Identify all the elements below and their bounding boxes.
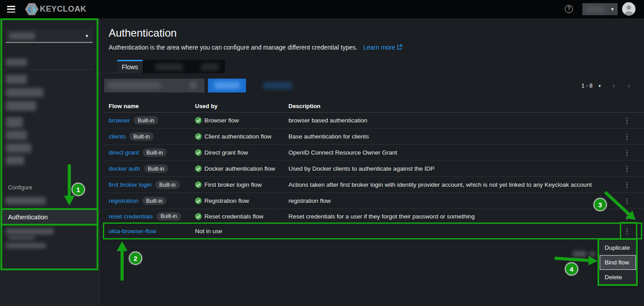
main-content: Authentication Authentication is the are… [100, 18, 644, 306]
hamburger-menu-icon[interactable] [7, 6, 15, 13]
search-icon [190, 82, 196, 88]
table-row-okta-browser-flow: okta-browser-flow Not in use ⋮ [104, 224, 644, 238]
help-icon[interactable]: ? [565, 5, 573, 13]
top-bar: ❮ ❯ KEYCLOAK ? ▾ [0, 0, 644, 18]
pagination-prev-icon[interactable]: ‹ [613, 81, 615, 90]
sidebar-nav: ▾ Configure Authentication [0, 18, 100, 306]
flow-link[interactable]: okta-browser-flow [109, 228, 157, 235]
redacted-nav-item[interactable] [5, 197, 46, 205]
kebab-menu-icon[interactable]: ⋮ [620, 226, 634, 236]
success-check-icon [195, 133, 202, 140]
avatar[interactable] [622, 2, 636, 16]
page-description-text: Authentication is the area where you can… [109, 44, 357, 51]
success-check-icon [195, 165, 202, 172]
builtin-badge: Built-in [134, 116, 158, 125]
table-row-browser: browserBuilt-in Browser flow browser bas… [104, 113, 644, 129]
tab-bar: Flows [100, 60, 225, 73]
used-by-text: Reset credentials flow [204, 213, 263, 220]
flow-link[interactable]: direct grant [109, 149, 139, 156]
caret-down-icon: ▾ [85, 33, 88, 39]
tab-flows[interactable]: Flows [117, 60, 143, 73]
kebab-menu-icon[interactable]: ⋮ [620, 196, 634, 206]
kebab-menu-icon[interactable]: ⋮ [620, 163, 634, 174]
builtin-badge: Built-in [155, 180, 180, 189]
kebab-menu-icon[interactable]: ⋮ [620, 147, 634, 158]
flow-description: OpenID Connect Resource Owner Grant [288, 149, 397, 156]
realm-selector[interactable]: ▾ [6, 29, 93, 43]
redacted-bottom-pagination-caret [589, 252, 595, 256]
flow-description: Actions taken after first broker login w… [288, 181, 592, 188]
sidebar-item-label: Authentication [8, 210, 100, 225]
success-check-icon [195, 149, 202, 156]
redacted-nav-item[interactable] [6, 117, 23, 128]
configure-section-label: Configure [8, 184, 32, 191]
builtin-badge: Built-in [143, 148, 167, 157]
sidebar-item-authentication[interactable]: Authentication [0, 210, 100, 225]
used-by-text: Direct grant flow [204, 149, 248, 156]
toolbar: 1 - 8 ▾ ‹ › [100, 79, 644, 92]
success-check-icon [195, 213, 202, 220]
hamburger-bar [7, 6, 15, 7]
table-row-registration: registrationBuilt-in Registration flow r… [104, 193, 644, 209]
redacted-nav-item[interactable] [6, 101, 36, 111]
flow-link[interactable]: reset credentials [109, 213, 153, 220]
redacted-nav-item[interactable] [6, 156, 24, 165]
redacted-nav-item[interactable] [6, 88, 43, 97]
redacted-nav-item[interactable] [6, 143, 31, 153]
flow-link[interactable]: browser [109, 117, 130, 124]
table-row-reset-credentials: reset credentialsBuilt-in Reset credenti… [104, 209, 644, 224]
redacted-nav-item[interactable] [6, 59, 27, 66]
menu-item-duplicate[interactable]: Duplicate [600, 240, 636, 255]
pagination-next-icon[interactable]: › [627, 81, 630, 90]
success-check-icon [195, 117, 202, 124]
kebab-menu-icon[interactable]: ⋮ [620, 115, 634, 126]
redacted-bottom-pagination [573, 251, 586, 257]
table-row-first-broker-login: first broker loginBuilt-in First broker … [104, 177, 644, 193]
pagination-count: 1 - 8 [581, 83, 593, 89]
kebab-menu-icon[interactable]: ⋮ [620, 180, 634, 190]
table-row-direct-grant: direct grantBuilt-in Direct grant flow O… [104, 145, 644, 161]
learn-more-label: Learn more [363, 44, 395, 51]
flows-table: Flow name Used by Description browserBui… [104, 100, 644, 238]
flow-link[interactable]: clients [109, 133, 126, 140]
learn-more-link[interactable]: Learn more [363, 44, 402, 51]
redacted-realm-name [9, 33, 35, 39]
flow-description: Reset credentials for a user if they for… [288, 213, 475, 220]
redacted-nav-item[interactable] [6, 75, 27, 84]
menu-item-bind-flow[interactable]: Bind flow [600, 255, 636, 270]
tab-redacted[interactable] [143, 60, 195, 73]
sidebar-divider [4, 69, 94, 70]
search-input[interactable] [104, 79, 204, 92]
success-check-icon [195, 197, 202, 204]
kebab-menu-icon[interactable]: ⋮ [620, 131, 634, 142]
flow-link[interactable]: first broker login [109, 181, 152, 188]
used-by-text: Not in use [195, 228, 222, 235]
logo-chevron-left: ❮ [27, 7, 32, 12]
redacted-nav-item[interactable] [6, 243, 46, 248]
flow-link[interactable]: registration [109, 197, 139, 204]
logo-chevron-right: ❯ [32, 7, 36, 12]
flow-description: Used by Docker clients to authenticate a… [288, 165, 434, 172]
used-by-text: Browser flow [204, 117, 239, 124]
tab-redacted[interactable] [195, 60, 225, 73]
used-by-text: Docker authentication flow [204, 165, 275, 172]
builtin-badge: Built-in [157, 212, 181, 221]
row-actions-menu: Duplicate Bind flow Delete [600, 240, 636, 285]
flow-description: browser based authentication [288, 117, 367, 124]
redacted-nav-item[interactable] [6, 130, 27, 140]
kebab-menu-icon[interactable]: ⋮ [620, 211, 634, 222]
caret-down-icon: ▾ [611, 6, 614, 12]
create-flow-button[interactable] [208, 79, 246, 92]
pagination-caret-icon[interactable]: ▾ [598, 83, 601, 89]
used-by-text: First broker login flow [204, 181, 262, 188]
user-dropdown[interactable]: ▾ [582, 3, 618, 15]
table-row-clients: clientsBuilt-in Client authentication fl… [104, 129, 644, 145]
builtin-badge: Built-in [144, 164, 169, 173]
redacted-button-label [214, 82, 240, 89]
flow-link[interactable]: docker auth [109, 165, 140, 172]
flow-description: Base authentication for clients [288, 133, 369, 140]
redacted-username [586, 6, 605, 13]
menu-item-delete[interactable]: Delete [600, 270, 636, 285]
redacted-nav-item[interactable] [6, 228, 54, 235]
redacted-toolbar-link[interactable] [263, 82, 292, 89]
